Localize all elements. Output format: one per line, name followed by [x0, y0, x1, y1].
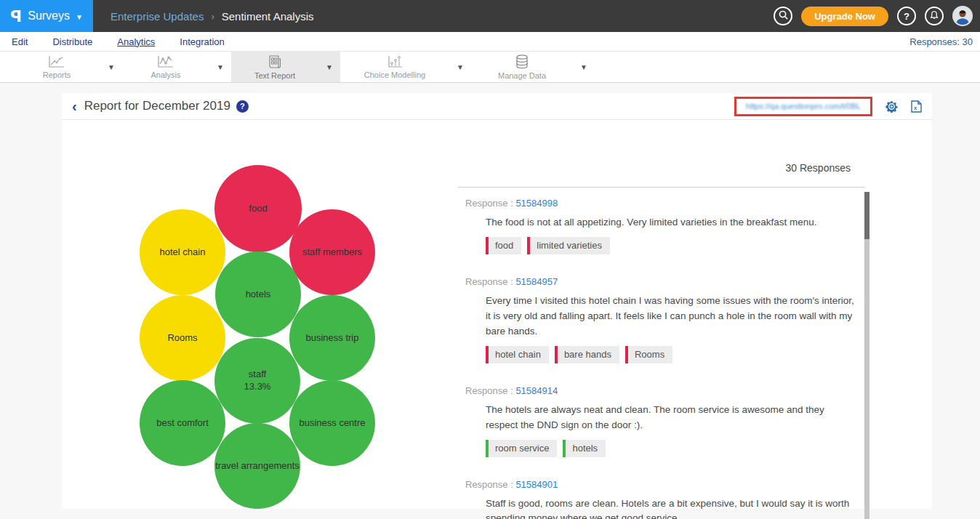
report-content: food hotel chain staff members hotels Ro… — [62, 120, 932, 519]
breadcrumb-parent[interactable]: Enterprise Updates — [111, 10, 204, 23]
bubble-rooms[interactable]: Rooms — [140, 295, 225, 381]
breadcrumb: Enterprise Updates › Sentiment Analysis — [111, 10, 313, 23]
toolbar-item-analysis[interactable]: Analysis ▼ — [122, 52, 231, 82]
response-id-link[interactable]: 51584957 — [515, 276, 558, 287]
response-label: Response : — [465, 385, 513, 396]
menu-item-analytics[interactable]: Analytics — [117, 36, 155, 47]
scrollbar-thumb[interactable] — [864, 192, 869, 239]
bubble-label: business trip — [306, 332, 359, 345]
bubble-best-comfort[interactable]: best comfort — [140, 380, 225, 466]
bubble-business-centre[interactable]: business centre — [289, 380, 375, 466]
user-avatar[interactable] — [952, 6, 973, 26]
brand-menu[interactable]: P Surveys ▼ — [0, 0, 93, 32]
avatar-photo-icon — [954, 7, 971, 25]
response-text: Staff is good, rooms are clean. Hotels a… — [486, 496, 858, 519]
bubble-label: hotel chain — [160, 246, 206, 259]
share-url-box-highlighted[interactable] — [734, 97, 872, 116]
toolbar-item-text-report[interactable]: Text Report ▼ — [231, 52, 340, 82]
bubble-hotels[interactable]: hotels — [215, 252, 301, 337]
response-id-link[interactable]: 51584998 — [515, 198, 558, 209]
sentiment-tag[interactable]: bare hands — [555, 346, 619, 363]
bell-icon — [929, 10, 939, 23]
bubble-label: travel arrangements — [215, 460, 300, 472]
toolbar-label: Manage Data — [498, 71, 546, 80]
sentiment-tag[interactable]: hotel chain — [486, 346, 549, 363]
response-item: Response : 51584957 Every time I visited… — [458, 276, 865, 363]
bubble-food[interactable]: food — [214, 165, 302, 252]
line-chart-icon — [48, 55, 65, 69]
upgrade-now-button[interactable]: Upgrade Now — [801, 7, 888, 26]
chevron-down-icon[interactable]: ▼ — [318, 63, 340, 71]
database-icon — [514, 54, 530, 70]
menu-item-distribute[interactable]: Distribute — [52, 36, 92, 47]
sentiment-tag[interactable]: room service — [486, 440, 557, 457]
responses-panel-header: 30 Responses — [458, 162, 865, 187]
sentiment-tag[interactable]: Rooms — [625, 346, 672, 363]
bubble-travel-arrangements[interactable]: travel arrangements — [214, 423, 300, 509]
scatter-chart-icon — [157, 55, 174, 69]
responses-count[interactable]: Responses: 30 — [909, 36, 973, 47]
notifications-button[interactable] — [925, 7, 944, 25]
chevron-down-icon[interactable]: ▼ — [100, 63, 122, 71]
response-item: Response : 51584914 The hotels are alway… — [458, 385, 865, 457]
menu-item-integration[interactable]: Integration — [180, 36, 224, 47]
bubble-label: staff members — [302, 246, 362, 259]
page-background: ‹ Report for December 2019 ? x food — [0, 83, 980, 509]
sentiment-tag[interactable]: hotels — [563, 440, 606, 457]
sentiment-bubble-chart: food hotel chain staff members hotels Ro… — [62, 120, 458, 519]
survey-menu: Edit Distribute Analytics Integration Re… — [0, 32, 980, 51]
response-item: Response : 51584998 The food is not at a… — [458, 198, 865, 254]
search-icon — [779, 10, 788, 22]
response-id-link[interactable]: 51584914 — [515, 385, 558, 396]
bubble-label: Rooms — [167, 332, 197, 345]
settings-gear-icon[interactable] — [885, 100, 898, 113]
scrollbar-track[interactable] — [864, 192, 869, 519]
help-badge-icon[interactable]: ? — [236, 100, 249, 113]
report-card: ‹ Report for December 2019 ? x food — [62, 93, 932, 509]
menu-item-edit[interactable]: Edit — [12, 36, 28, 47]
chevron-down-icon[interactable]: ▼ — [573, 63, 595, 71]
toolbar-item-manage-data[interactable]: Manage Data ▼ — [471, 52, 595, 82]
app-header: P Surveys ▼ Enterprise Updates › Sentime… — [0, 0, 980, 32]
header-actions: Upgrade Now ? — [774, 0, 973, 32]
bubble-label: hotels — [246, 289, 271, 301]
bubble-hotel-chain[interactable]: hotel chain — [140, 209, 225, 295]
product-name: Surveys — [28, 9, 70, 23]
bubble-staff-members[interactable]: staff members — [289, 209, 375, 295]
analytics-toolbar: Reports ▼ Analysis ▼ Text Report ▼ Choic… — [0, 51, 980, 83]
response-label: Response : — [465, 479, 513, 490]
tag-row: hotel chain bare hands Rooms — [486, 346, 865, 363]
questionpro-logo-icon: P — [10, 7, 22, 25]
bubble-label: best comfort — [156, 417, 209, 430]
response-id-link[interactable]: 51584901 — [515, 479, 558, 490]
bubble-business-trip[interactable]: business trip — [289, 295, 375, 381]
bubble-label: food — [249, 203, 267, 215]
toolbar-item-choice-modelling[interactable]: Choice Modelling ▼ — [340, 52, 471, 82]
response-label: Response : — [465, 198, 513, 209]
tag-row: food limited varieties — [486, 237, 865, 254]
search-button[interactable] — [774, 7, 792, 25]
toolbar-label: Reports — [43, 71, 71, 79]
sentiment-tag[interactable]: limited varieties — [527, 237, 610, 254]
response-label: Response : — [465, 276, 513, 287]
question-mark-icon: ? — [904, 11, 909, 22]
toolbar-item-reports[interactable]: Reports ▼ — [13, 52, 122, 82]
choice-modelling-icon — [386, 55, 403, 69]
svg-text:x: x — [914, 105, 917, 110]
help-button[interactable]: ? — [897, 7, 916, 25]
toolbar-label: Text Report — [254, 71, 295, 80]
back-icon[interactable]: ‹ — [72, 98, 77, 115]
breadcrumb-current: Sentiment Analysis — [222, 10, 314, 23]
bubble-staff[interactable]: staff 13.3% — [214, 338, 300, 424]
chevron-down-icon[interactable]: ▼ — [449, 63, 471, 71]
toolbar-label: Choice Modelling — [364, 71, 425, 79]
toolbar-label: Analysis — [151, 71, 181, 79]
bubble-percent: 13.3% — [244, 381, 271, 393]
export-excel-icon[interactable]: x — [911, 100, 922, 113]
sentiment-tag[interactable]: food — [486, 237, 521, 254]
response-item: Response : 51584901 Staff is good, rooms… — [458, 479, 865, 519]
share-url-input[interactable] — [742, 102, 865, 110]
chevron-down-icon[interactable]: ▼ — [209, 63, 231, 71]
bubble-label: business centre — [299, 417, 365, 430]
responses-list: Response : 51584998 The food is not at a… — [458, 188, 865, 519]
